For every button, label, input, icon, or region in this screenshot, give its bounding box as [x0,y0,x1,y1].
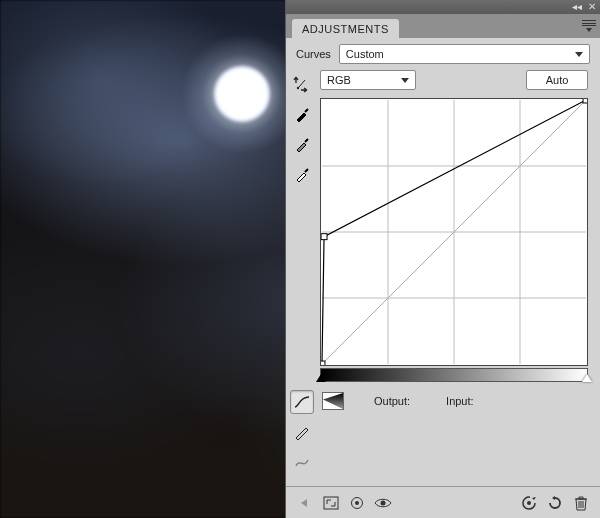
svg-rect-8 [320,361,325,366]
close-icon[interactable]: ✕ [588,2,596,12]
tool-column [286,70,318,486]
tab-adjustments[interactable]: ADJUSTMENTS [292,19,399,38]
input-label: Input: [446,395,474,407]
auto-button[interactable]: Auto [526,70,588,90]
reset-icon[interactable] [546,494,564,512]
output-label: Output: [374,395,410,407]
svg-point-13 [355,501,359,505]
panel-titlebar: ◂◂ ✕ [286,0,600,14]
svg-point-14 [381,500,386,505]
svg-rect-11 [324,497,338,509]
eyedropper-gray-tool[interactable] [290,132,314,156]
toggle-visibility-icon[interactable] [374,494,392,512]
white-point-handle[interactable] [582,374,592,382]
panel-menu-icon[interactable] [582,20,596,32]
eyedropper-white-tool[interactable] [290,162,314,186]
svg-point-0 [297,87,299,89]
curves-graph[interactable] [320,98,588,366]
tab-row: ADJUSTMENTS [286,14,600,38]
svg-rect-10 [583,98,588,103]
chevron-down-icon [575,52,583,57]
svg-rect-9 [321,234,327,240]
black-point-handle[interactable] [316,374,326,382]
channel-value: RGB [327,74,351,86]
back-icon[interactable] [296,494,314,512]
preset-select[interactable]: Custom [339,44,590,64]
pencil-mode-tool[interactable] [290,420,314,444]
collapse-icon[interactable]: ◂◂ [572,2,582,12]
preset-row: Curves Custom [286,38,600,70]
channel-select[interactable]: RGB [320,70,416,90]
previous-state-icon[interactable] [520,494,538,512]
readout-row: Output: Input: [318,382,588,410]
smooth-tool[interactable] [290,450,314,474]
preset-value: Custom [346,48,384,60]
delete-icon[interactable] [572,494,590,512]
clip-to-layer-icon[interactable] [348,494,366,512]
eyedropper-black-tool[interactable] [290,102,314,126]
adjustment-title: Curves [296,48,331,60]
targeted-adjust-tool[interactable] [290,72,314,96]
svg-point-15 [527,501,531,505]
panel-footer [286,486,600,518]
curve-mode-tool[interactable] [290,390,314,414]
histogram-icon[interactable] [322,392,344,410]
input-range-slider[interactable] [320,368,588,382]
expand-view-icon[interactable] [322,494,340,512]
adjustments-panel: ◂◂ ✕ ADJUSTMENTS Curves Custom [285,0,600,518]
chevron-down-icon [401,78,409,83]
